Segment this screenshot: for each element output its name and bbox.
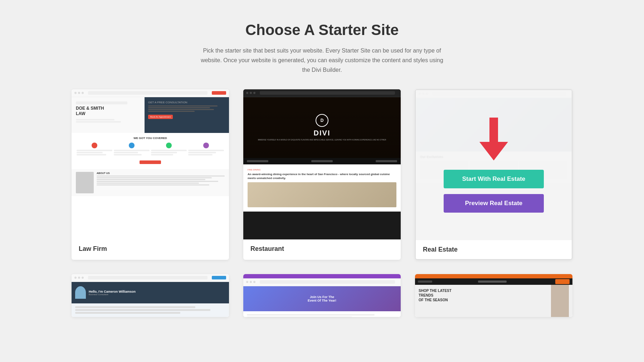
svg-rect-0 xyxy=(489,118,498,143)
card-preview-law-firm: DOE & SMITHLAW GET A FREE CONSULTATION B… xyxy=(72,89,229,239)
svg-marker-1 xyxy=(479,142,508,160)
preview-real-estate-button[interactable]: Preview Real Estate xyxy=(444,194,544,213)
arrow-down-icon xyxy=(479,118,508,160)
page-header: Choose A Starter Site Pick the starter s… xyxy=(72,21,572,75)
card-event[interactable]: Join Us For TheEvent Of The Year! xyxy=(243,274,401,317)
start-with-real-estate-button[interactable]: Start With Real Estate xyxy=(444,170,544,188)
card-restaurant[interactable]: D DIVI IMMERSE YOURSELF IN A WORLD OF EX… xyxy=(243,89,401,260)
page-title: Choose A Starter Site xyxy=(72,21,572,39)
card-preview-consultant: Hello, I'm Cameron Williamson Business C… xyxy=(72,274,229,317)
page-subtitle: Pick the starter site that best suits yo… xyxy=(197,46,447,75)
card-real-estate-overlay: Start With Real Estate Preview Real Esta… xyxy=(416,90,572,240)
card-preview-fashion: SHOP THE LATESTTRENDSOF THE SEASON xyxy=(415,274,572,317)
card-label-real-estate: Real Estate xyxy=(416,240,572,259)
card-preview-real-estate: Our Exclusives Start With Real Estate xyxy=(416,90,572,240)
card-fashion[interactable]: SHOP THE LATESTTRENDSOF THE SEASON xyxy=(415,274,572,317)
card-consultant[interactable]: Hello, I'm Cameron Williamson Business C… xyxy=(72,274,229,317)
card-real-estate[interactable]: Our Exclusives Start With Real Estate xyxy=(415,89,572,260)
card-preview-restaurant: D DIVI IMMERSE YOURSELF IN A WORLD OF EX… xyxy=(243,89,401,239)
card-preview-event: Join Us For TheEvent Of The Year! xyxy=(243,274,401,317)
starter-sites-grid: DOE & SMITHLAW GET A FREE CONSULTATION B… xyxy=(72,89,572,260)
card-law-firm[interactable]: DOE & SMITHLAW GET A FREE CONSULTATION B… xyxy=(72,89,229,260)
page-container: Choose A Starter Site Pick the starter s… xyxy=(0,0,644,346)
card-label-restaurant: Restaurant xyxy=(243,239,401,258)
starter-sites-grid-row2: Hello, I'm Cameron Williamson Business C… xyxy=(72,274,572,317)
card-label-law-firm: Law Firm xyxy=(72,239,229,258)
